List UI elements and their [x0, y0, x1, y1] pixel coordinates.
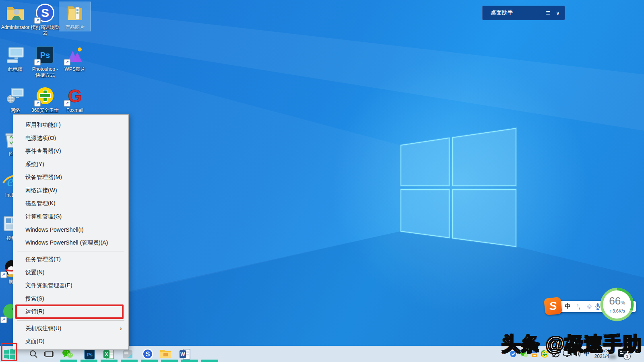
sogou-browser-icon: S ↗: [35, 3, 55, 23]
icon-label: 网络: [0, 107, 31, 113]
app-underline: [60, 360, 77, 362]
input-mode-chinese[interactable]: 中: [563, 303, 573, 310]
user-folder-icon: [6, 3, 25, 23]
shortcut-arrow-icon: ↗: [34, 17, 41, 24]
icon-label: Foxmail: [60, 107, 90, 113]
punctuation-toggle[interactable]: ’,: [574, 303, 584, 310]
menu-item-system[interactable]: 系统(Y): [13, 158, 128, 171]
shortcut-arrow-icon: ↗: [34, 100, 41, 107]
svg-text:Ps: Ps: [40, 51, 50, 60]
winx-menu: 应用和功能(F) 电源选项(O) 事件查看器(V) 系统(Y) 设备管理器(M)…: [13, 114, 129, 350]
app-underline: [141, 360, 158, 362]
desktop-icon-wps-pictures[interactable]: ↗ WPS图片: [60, 45, 90, 72]
menu-item-desktop[interactable]: 桌面(D): [13, 335, 128, 348]
svg-text:Ps: Ps: [87, 352, 93, 358]
desktop-icon-product-images[interactable]: 产品图片: [60, 3, 90, 31]
app-underline: [181, 360, 198, 362]
net-speed-readout: 66% ↑ 3.6K/s: [603, 290, 631, 319]
desktop: 桌面助手 ≡ ∨ Administrator S ↗ 搜狗高速浏览器 产品图片 …: [0, 0, 644, 362]
shortcut-arrow-icon: ↗: [0, 272, 7, 278]
desktop-assistant-title: 桌面助手: [483, 9, 546, 16]
menu-item-power-options[interactable]: 电源选项(O): [13, 132, 128, 145]
desktop-icon-photoshop[interactable]: Ps ↗ Photoshop - 快捷方式: [30, 45, 60, 78]
network-icon: [6, 86, 25, 105]
svg-text:W: W: [180, 352, 185, 357]
hamburger-icon[interactable]: ≡: [546, 9, 550, 17]
desktop-icon-360-safe[interactable]: ↗ 360安全卫士: [30, 86, 60, 113]
menu-item-task-manager[interactable]: 任务管理器(T): [13, 253, 128, 266]
menu-item-disk-management[interactable]: 磁盘管理(K): [13, 197, 128, 210]
menu-item-apps-features[interactable]: 应用和功能(F): [13, 119, 128, 132]
sogou-logo-icon[interactable]: S: [544, 297, 562, 315]
watermark-text: 头条 @极速手助: [502, 331, 642, 357]
desktop-icon-sogou-browser[interactable]: S ↗ 搜狗高速浏览器: [30, 3, 60, 37]
upload-arrow-icon: ↑: [609, 309, 611, 313]
menu-item-file-explorer[interactable]: 文件资源管理器(E): [13, 279, 128, 292]
svg-text:S: S: [41, 6, 49, 19]
menu-item-search[interactable]: 搜索(S): [13, 292, 128, 306]
app-underline: [201, 360, 218, 362]
chevron-down-icon[interactable]: ∨: [556, 10, 560, 16]
app-underline: [80, 360, 97, 362]
360-safe-icon: ↗: [35, 86, 55, 105]
shortcut-arrow-icon: ↗: [0, 317, 7, 323]
computer-icon: [6, 45, 25, 64]
menu-item-powershell-admin[interactable]: Windows PowerShell (管理员)(A): [13, 237, 128, 250]
icon-label: 360安全卫士: [30, 107, 60, 113]
menu-item-shutdown[interactable]: 关机或注销(U)›: [13, 322, 128, 335]
desktop-icon-network[interactable]: 网络: [0, 86, 31, 113]
svg-text:X: X: [105, 352, 108, 357]
menu-separator: [13, 249, 128, 253]
svg-text:S: S: [146, 351, 150, 358]
menu-item-computer-management[interactable]: 计算机管理(G): [13, 210, 128, 224]
desktop-icon-foxmail[interactable]: G ↗ Foxmail: [60, 86, 90, 113]
submenu-arrow-icon: ›: [120, 325, 122, 333]
menu-item-powershell[interactable]: Windows PowerShell(I): [13, 223, 128, 237]
shortcut-arrow-icon: ↗: [34, 59, 41, 66]
app-underline: [101, 360, 118, 362]
desktop-icon-this-pc[interactable]: 此电脑: [0, 45, 31, 72]
icon-label: WPS图片: [60, 66, 90, 72]
menu-item-network-connections[interactable]: 网络连接(W): [13, 184, 128, 197]
photoshop-icon: Ps ↗: [35, 45, 55, 64]
menu-separator: [13, 319, 128, 322]
icon-label: Administrator: [0, 25, 31, 31]
icon-label: Photoshop - 快捷方式: [30, 66, 60, 78]
desktop-assistant-bar[interactable]: 桌面助手 ≡ ∨: [482, 6, 565, 20]
shortcut-arrow-icon: ↗: [64, 100, 70, 107]
icon-label: 搜狗高速浏览器: [30, 25, 60, 37]
app-underline: [161, 360, 178, 362]
app-underline: [121, 360, 138, 362]
foxmail-icon: G ↗: [65, 86, 85, 105]
icon-label: 此电脑: [0, 66, 31, 72]
menu-item-settings[interactable]: 设置(N): [13, 266, 128, 280]
pictures-folder-icon: [65, 3, 85, 23]
icon-label: 产品图片: [60, 25, 90, 31]
wps-pictures-icon: ↗: [65, 45, 85, 64]
menu-item-run[interactable]: 运行(R): [13, 305, 128, 319]
emoji-icon[interactable]: ☺: [584, 303, 594, 310]
net-speed-badge[interactable]: 66% ↑ 3.6K/s: [600, 288, 634, 321]
menu-item-device-manager[interactable]: 设备管理器(M): [13, 171, 128, 184]
desktop-icon-administrator[interactable]: Administrator: [0, 3, 31, 31]
shortcut-arrow-icon: ↗: [64, 59, 70, 66]
menu-item-event-viewer[interactable]: 事件查看器(V): [13, 145, 128, 158]
